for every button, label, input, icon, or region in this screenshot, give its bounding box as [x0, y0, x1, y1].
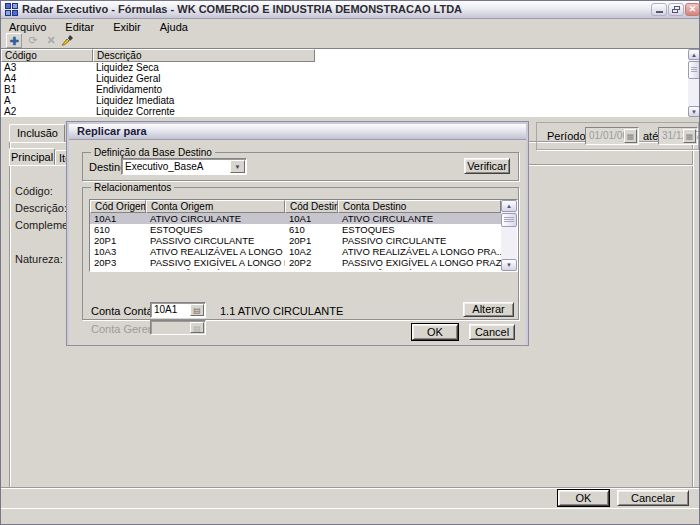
- col-cod-destino[interactable]: Cód Destino: [285, 200, 338, 213]
- menu-exibir[interactable]: Exibir: [105, 20, 149, 34]
- label-natureza: Natureza:: [15, 253, 63, 265]
- menu-arquivo[interactable]: Arquivo: [1, 20, 54, 34]
- table-row[interactable]: 610ESTOQUES610ESTOQUES: [90, 224, 501, 235]
- menu-ajuda[interactable]: Ajuda: [152, 20, 196, 34]
- table-row[interactable]: 10A3ATIVO REALIZÁVEL A LONGO PRA...10A2A…: [90, 246, 501, 257]
- title-bar: Radar Executivo - Fórmulas - WK COMERCIO…: [1, 1, 700, 19]
- panel-right-edge: [692, 142, 694, 487]
- app-window: Radar Executivo - Fórmulas - WK COMERCIO…: [0, 0, 700, 525]
- cancelar-button[interactable]: Cancelar: [617, 490, 689, 506]
- formula-list: Código Descrição A3Liquidez Seca A4Liqui…: [1, 48, 700, 117]
- add-icon[interactable]: ✚: [6, 33, 22, 48]
- dialog-ok-button[interactable]: OK: [412, 324, 458, 340]
- toolbar: ✚ ⟳ ✕: [1, 34, 700, 47]
- period-label: Período:: [547, 130, 589, 142]
- app-icon: [5, 3, 18, 16]
- dialog-cancel-button[interactable]: Cancel: [469, 324, 515, 340]
- scroll-down-icon[interactable]: ▼: [501, 259, 517, 271]
- close-icon: ✕: [689, 4, 697, 14]
- col-conta-destino[interactable]: Conta Destino: [338, 200, 501, 213]
- label-codigo: Código:: [15, 185, 53, 197]
- scroll-up-icon[interactable]: ▲: [688, 49, 700, 60]
- tab-inclusao[interactable]: Inclusão: [9, 124, 65, 142]
- table-row[interactable]: 20P3PASSIVO EXIGÍVEL A LONGO PRAZO20P2PA…: [90, 257, 501, 268]
- table-row[interactable]: 20P2PATRIMÔNIO LÍQUIDO2020PATRIMÔNIO LÍQ…: [90, 268, 501, 272]
- list-row[interactable]: A2Liquidez Corrente: [1, 106, 687, 117]
- column-header-codigo[interactable]: Código: [1, 49, 93, 62]
- conta-gerencial-field: ▤: [150, 320, 206, 335]
- scroll-thumb[interactable]: [688, 61, 700, 79]
- chevron-down-icon[interactable]: ▼: [230, 160, 245, 173]
- restore-button[interactable]: [668, 3, 684, 16]
- panel-left-edge: [9, 142, 11, 487]
- calendar-icon: ▦: [624, 129, 637, 143]
- column-header-descricao[interactable]: Descrição: [93, 49, 315, 62]
- table-row[interactable]: 20P1PASSIVO CIRCULANTE20P1PASSIVO CIRCUL…: [90, 235, 501, 246]
- status-bar: Pronto Usuário: Empresa: DemoEx NUM: [1, 508, 700, 525]
- footer-divider: [1, 487, 700, 489]
- list-row[interactable]: A4Liquidez Geral: [1, 73, 687, 84]
- list-row[interactable]: A3Liquidez Seca: [1, 62, 687, 73]
- menu-bar: Arquivo Editar Exibir Ajuda: [1, 20, 700, 34]
- ok-button[interactable]: OK: [558, 490, 609, 506]
- list-scrollbar[interactable]: ▲ ▼: [688, 49, 700, 117]
- lookup-icon: ▤: [190, 322, 204, 333]
- relacionamentos-table: Cód Origem Conta Origem Cód Destino Cont…: [89, 199, 518, 272]
- scroll-thumb[interactable]: [501, 213, 517, 227]
- label-descricao: Descrição:: [15, 202, 67, 214]
- refresh-icon: ⟳: [25, 33, 41, 48]
- menu-editar[interactable]: Editar: [57, 20, 102, 34]
- replicar-dialog: Replicar para Definição da Base Destino …: [66, 121, 529, 346]
- period-from-field: 01/01/06 ▦: [585, 127, 639, 145]
- lookup-icon[interactable]: ▤: [190, 304, 204, 316]
- conta-contabil-field[interactable]: 10A1 ▤: [150, 302, 206, 318]
- calendar-icon: ▦: [683, 129, 696, 143]
- alterar-button[interactable]: Alterar: [463, 302, 514, 317]
- delete-icon: ✕: [43, 33, 59, 48]
- verificar-button[interactable]: Verificar: [464, 158, 510, 174]
- list-row[interactable]: ALiquidez Imediata: [1, 95, 687, 106]
- col-conta-origem[interactable]: Conta Origem: [146, 200, 285, 213]
- col-cod-origem[interactable]: Cód Origem: [90, 200, 146, 213]
- dialog-body: Definição da Base Destino Destino: Execu…: [69, 140, 526, 345]
- list-row[interactable]: B1Endividamento: [1, 84, 687, 95]
- group-definicao-base-destino: Definição da Base Destino Destino: Execu…: [82, 152, 519, 181]
- dialog-title-bar: Replicar para: [69, 124, 526, 140]
- group-relacionamentos: Relacionamentos Cód Origem Conta Origem …: [82, 187, 519, 320]
- tab-principal[interactable]: Principal: [9, 148, 55, 165]
- table-row[interactable]: 10A1ATIVO CIRCULANTE10A1ATIVO CIRCULANTE: [90, 213, 501, 224]
- destino-combobox[interactable]: Executivo_BaseA ▼: [121, 158, 247, 175]
- brush-icon[interactable]: [61, 33, 75, 46]
- dialog-title: Replicar para: [77, 125, 147, 137]
- period-to-field: 31/12/07 ▦: [658, 127, 698, 145]
- period-until-label: até: [643, 130, 658, 142]
- close-button[interactable]: ✕: [685, 3, 700, 16]
- minimize-button[interactable]: [651, 3, 667, 16]
- table-scrollbar[interactable]: ▲ ▼: [501, 200, 517, 271]
- scroll-up-icon[interactable]: ▲: [501, 200, 517, 212]
- period-box: Período: 01/01/06 ▦ até 31/12/07 ▦: [536, 122, 699, 150]
- minimize-icon: [656, 11, 663, 13]
- window-title: Radar Executivo - Fórmulas - WK COMERCIO…: [22, 3, 462, 15]
- conta-contabil-desc: 1.1 ATIVO CIRCULANTE: [220, 305, 343, 317]
- scroll-down-icon[interactable]: ▼: [688, 106, 700, 117]
